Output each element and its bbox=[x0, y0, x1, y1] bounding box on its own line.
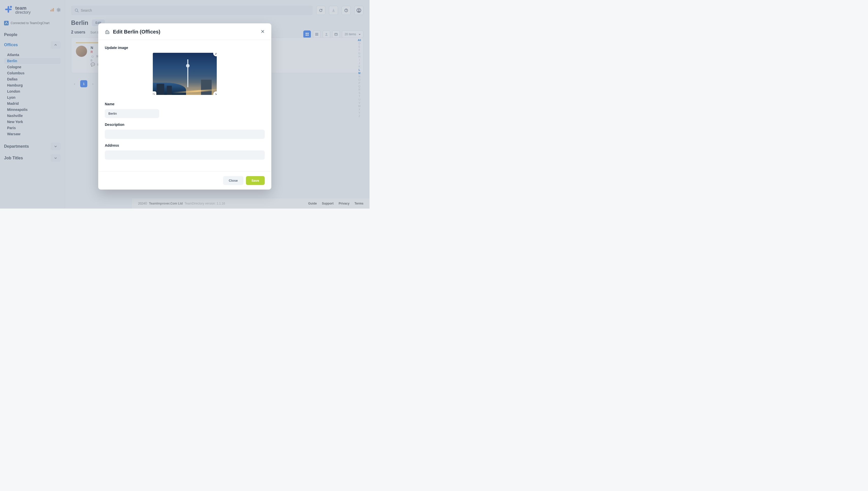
description-input[interactable] bbox=[105, 130, 265, 139]
image-wrap bbox=[105, 53, 265, 95]
image-edit-button[interactable] bbox=[213, 53, 217, 56]
update-image-label: Update image bbox=[105, 46, 265, 50]
name-label: Name bbox=[105, 102, 265, 106]
close-button[interactable]: Close bbox=[223, 176, 243, 185]
description-label: Description bbox=[105, 122, 265, 126]
edit-office-modal: Edit Berlin (Offices) Update image bbox=[98, 23, 271, 190]
modal-backdrop[interactable]: Edit Berlin (Offices) Update image bbox=[0, 0, 370, 209]
image-remove-button[interactable] bbox=[213, 91, 217, 95]
modal-body: Update image bbox=[98, 40, 271, 171]
modal-title: Edit Berlin (Offices) bbox=[113, 29, 258, 35]
building-icon bbox=[105, 29, 110, 34]
save-button[interactable]: Save bbox=[246, 176, 265, 185]
address-input[interactable] bbox=[105, 150, 265, 160]
name-input[interactable] bbox=[105, 109, 159, 118]
image-browse-button[interactable] bbox=[153, 91, 156, 95]
close-icon[interactable] bbox=[261, 29, 265, 34]
office-image bbox=[153, 53, 217, 95]
address-label: Address bbox=[105, 143, 265, 147]
modal-footer: Close Save bbox=[98, 171, 271, 190]
modal-head: Edit Berlin (Offices) bbox=[98, 23, 271, 40]
